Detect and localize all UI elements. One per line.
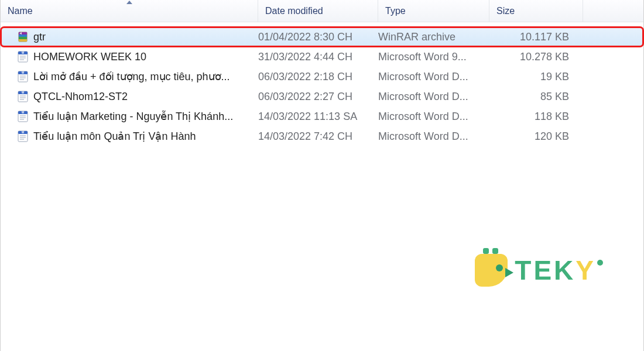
column-date[interactable]: Date modified [258,0,378,22]
column-name-label: Name [8,6,33,16]
file-type: Microsoft Word D... [378,111,489,123]
word-document-icon [17,71,29,82]
column-size-label: Size [496,6,515,16]
file-name: QTCL-Nhom12-ST2 [33,91,128,103]
column-header: Name Date modified Type Size [1,0,643,22]
file-name: Lời mở đầu + đối tượng, mục tiêu, phươ..… [33,70,230,83]
file-explorer: Name Date modified Type Size gtr01/04/20… [0,0,644,351]
file-date: 06/03/2022 2:18 CH [258,71,378,83]
column-size[interactable]: Size [489,0,583,22]
file-date: 14/03/2022 11:13 SA [258,111,378,123]
file-row[interactable]: QTCL-Nhom12-ST206/03/2022 2:27 CHMicroso… [1,87,643,106]
file-size: 19 KB [489,71,577,83]
file-name-cell: Lời mở đầu + đối tượng, mục tiêu, phươ..… [17,70,258,83]
word-document-icon [17,91,29,102]
file-name-cell: Tiểu luận môn Quản Trị Vận Hành [17,130,258,143]
sort-ascending-icon [126,1,132,4]
file-size: 85 KB [489,91,577,103]
file-row[interactable]: HOMEWORK WEEK 1031/03/2022 4:44 CHMicros… [1,47,643,67]
file-name: Tiểu luận Marketing - Nguyễn Thị Khánh..… [33,110,233,123]
file-row[interactable]: Lời mở đầu + đối tượng, mục tiêu, phươ..… [1,67,643,87]
file-type: Microsoft Word 9... [378,51,489,63]
column-type-label: Type [385,6,406,16]
file-row[interactable]: gtr01/04/2022 8:30 CHWinRAR archive10.11… [1,27,643,47]
file-row[interactable]: Tiểu luận môn Quản Trị Vận Hành14/03/202… [1,126,643,146]
teky-watermark: TEKY [475,254,603,287]
teky-logo-icon [475,254,508,287]
file-name-cell: HOMEWORK WEEK 10 [17,51,258,63]
word-document-icon [17,111,29,122]
rar-archive-icon [17,31,29,43]
file-type: Microsoft Word D... [378,91,489,103]
file-size: 120 KB [489,130,577,143]
file-date: 31/03/2022 4:44 CH [258,51,378,63]
file-name: HOMEWORK WEEK 10 [33,51,146,63]
teky-logo-text: TEKY [515,254,603,286]
file-list: gtr01/04/2022 8:30 CHWinRAR archive10.11… [1,22,643,146]
word-document-icon [17,51,29,63]
file-size: 10.117 KB [489,31,577,43]
file-name: Tiểu luận môn Quản Trị Vận Hành [33,130,196,143]
file-type: Microsoft Word D... [378,71,489,83]
column-date-label: Date modified [265,6,323,16]
column-type[interactable]: Type [378,0,489,22]
word-document-icon [17,130,29,142]
file-size: 118 KB [489,111,577,123]
file-row[interactable]: Tiểu luận Marketing - Nguyễn Thị Khánh..… [1,106,643,126]
file-size: 10.278 KB [489,51,577,63]
column-name[interactable]: Name [1,0,258,22]
file-name-cell: QTCL-Nhom12-ST2 [17,91,258,103]
file-name-cell: gtr [17,31,258,43]
file-date: 01/04/2022 8:30 CH [258,31,378,43]
file-date: 06/03/2022 2:27 CH [258,91,378,103]
file-date: 14/03/2022 7:42 CH [258,130,378,143]
file-type: Microsoft Word D... [378,130,489,143]
file-name-cell: Tiểu luận Marketing - Nguyễn Thị Khánh..… [17,110,258,123]
file-type: WinRAR archive [378,31,489,43]
file-name: gtr [33,31,46,43]
